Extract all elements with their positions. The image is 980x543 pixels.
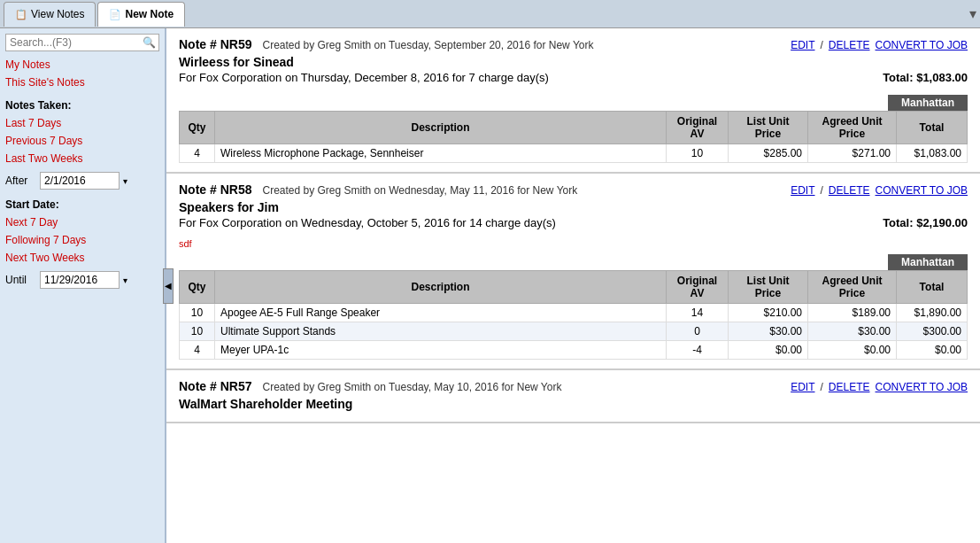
last2weeks-link[interactable]: Last Two Weeks: [5, 152, 159, 165]
items-table-wrap-NR58: Manhattan Qty Description OriginalAV Lis…: [179, 254, 968, 360]
search-box[interactable]: 🔍: [5, 34, 159, 51]
convert-link-NR59[interactable]: CONVERT TO JOB: [876, 39, 968, 51]
cell-total: $0.00: [897, 341, 968, 360]
note-block-NR58: Note # NR58 Created by Greg Smith on Wed…: [166, 174, 980, 370]
note-subtitle-NR59: For Fox Corporation on Thursday, Decembe…: [179, 71, 549, 84]
note-total-NR59: Total: $1,083.00: [883, 71, 968, 84]
next7-link[interactable]: Next 7 Day: [5, 216, 159, 229]
cell-orig-av: 10: [667, 144, 729, 163]
tab-new-note[interactable]: 📄 New Note: [97, 2, 185, 27]
note-actions-NR58: EDIT / DELETE CONVERT TO JOB: [791, 184, 968, 197]
cell-orig-av: -4: [667, 341, 729, 360]
cell-qty: 4: [180, 144, 215, 163]
items-table-NR59: Qty Description OriginalAV List UnitPric…: [179, 111, 968, 163]
after-row: After ▾: [5, 172, 159, 190]
cell-agreed-price: $30.00: [808, 322, 897, 341]
this-sites-notes-link[interactable]: This Site's Notes: [5, 76, 159, 89]
location-header-NR58: Manhattan: [179, 254, 968, 270]
edit-link-NR57[interactable]: EDIT: [791, 381, 814, 393]
note-title-NR57: WalMart Shareholder Meeting: [179, 397, 968, 411]
table-row: 4 Wireless Microphone Package, Sennheise…: [180, 144, 968, 163]
cell-desc: Wireless Microphone Package, Sennheiser: [215, 144, 667, 163]
col-header-orig-av: OriginalAV: [667, 112, 729, 144]
convert-link-NR58[interactable]: CONVERT TO JOB: [876, 184, 968, 197]
sidebar: 🔍 My Notes This Site's Notes Notes Taken…: [0, 28, 166, 543]
col-header-desc: Description: [215, 112, 667, 144]
note-title-NR58: Speakers for Jim: [179, 200, 968, 214]
after-date-input[interactable]: [40, 172, 120, 190]
sidebar-collapse-btn[interactable]: ◀: [163, 268, 174, 304]
note-total-NR58: Total: $2,190.00: [883, 216, 968, 229]
cell-orig-av: 14: [667, 304, 729, 322]
cell-desc: Ultimate Support Stands: [215, 322, 667, 341]
start-date-label: Start Date:: [5, 198, 159, 211]
convert-link-NR57[interactable]: CONVERT TO JOB: [876, 381, 968, 393]
tab-bar: 📋 View Notes 📄 New Note ▾: [0, 0, 980, 28]
next2weeks-link[interactable]: Next Two Weeks: [5, 252, 159, 264]
col-header-list-price: List UnitPrice: [729, 271, 808, 304]
col-header-qty: Qty: [180, 112, 215, 144]
search-input[interactable]: [10, 36, 143, 49]
note-extra-NR58: sdf: [179, 238, 968, 249]
col-header-total: Total: [897, 112, 968, 144]
note-title-NR59: Wirleess for Sinead: [179, 55, 968, 69]
table-row: 4 Meyer UPA-1c -4 $0.00 $0.00 $0.00: [180, 341, 968, 360]
cell-list-price: $0.00: [729, 341, 808, 360]
tab-bar-dropdown[interactable]: ▾: [969, 5, 976, 22]
cell-orig-av: 0: [667, 322, 729, 341]
col-header-orig-av: OriginalAV: [667, 271, 729, 304]
note-header-row: Note # NR58 Created by Greg Smith on Wed…: [179, 182, 968, 197]
location-badge-NR58: Manhattan: [888, 254, 968, 270]
col-header-desc: Description: [215, 271, 667, 304]
table-header-row: Qty Description OriginalAV List UnitPric…: [180, 271, 968, 304]
note-header-row: Note # NR57 Created by Greg Smith on Tue…: [179, 379, 968, 393]
cell-desc: Meyer UPA-1c: [215, 341, 667, 360]
note-number-NR57: Note # NR57: [179, 379, 251, 393]
tab-view-notes[interactable]: 📋 View Notes: [4, 2, 96, 27]
prev7-link[interactable]: Previous 7 Days: [5, 135, 159, 147]
note-actions-NR59: EDIT / DELETE CONVERT TO JOB: [791, 39, 968, 51]
location-header-NR59: Manhattan: [179, 95, 968, 111]
note-subtitle-NR58: For Fox Corporation on Wednesday, Octobe…: [179, 216, 556, 229]
table-row: 10 Ultimate Support Stands 0 $30.00 $30.…: [180, 322, 968, 341]
until-dropdown-icon[interactable]: ▾: [123, 275, 127, 285]
after-dropdown-icon[interactable]: ▾: [123, 176, 127, 186]
note-created-NR58: Created by Greg Smith on Wednesday, May …: [262, 184, 577, 197]
after-label: After: [5, 175, 36, 187]
edit-link-NR59[interactable]: EDIT: [791, 39, 814, 51]
main-layout: 🔍 My Notes This Site's Notes Notes Taken…: [0, 28, 980, 543]
delete-link-NR59[interactable]: DELETE: [829, 39, 870, 51]
following7-link[interactable]: Following 7 Days: [5, 234, 159, 246]
items-table-NR58: Qty Description OriginalAV List UnitPric…: [179, 270, 968, 360]
cell-list-price: $210.00: [729, 304, 808, 322]
table-header-row: Qty Description OriginalAV List UnitPric…: [180, 112, 968, 144]
edit-link-NR58[interactable]: EDIT: [791, 184, 814, 197]
my-notes-link[interactable]: My Notes: [5, 58, 159, 71]
until-label: Until: [5, 274, 36, 286]
notes-taken-label: Notes Taken:: [5, 99, 159, 112]
note-number-NR59: Note # NR59: [179, 37, 251, 51]
tab-new-note-icon: 📄: [109, 9, 121, 20]
delete-link-NR57[interactable]: DELETE: [829, 381, 870, 393]
cell-desc: Apogee AE-5 Full Range Speaker: [215, 304, 667, 322]
last7-link[interactable]: Last 7 Days: [5, 117, 159, 129]
tab-view-notes-label: View Notes: [31, 8, 84, 20]
cell-qty: 10: [180, 304, 215, 322]
delete-link-NR58[interactable]: DELETE: [829, 184, 870, 197]
note-created-NR59: Created by Greg Smith on Tuesday, Septem…: [262, 39, 593, 51]
cell-agreed-price: $189.00: [808, 304, 897, 322]
cell-total: $300.00: [897, 322, 968, 341]
col-header-list-price: List UnitPrice: [729, 112, 808, 144]
until-date-input[interactable]: [40, 271, 120, 289]
location-badge-NR59: Manhattan: [888, 95, 968, 111]
col-header-agreed-price: Agreed UnitPrice: [808, 112, 897, 144]
note-created-NR57: Created by Greg Smith on Tuesday, May 10…: [262, 381, 561, 393]
cell-list-price: $30.00: [729, 322, 808, 341]
note-number-NR58: Note # NR58: [179, 182, 251, 197]
col-header-agreed-price: Agreed UnitPrice: [808, 271, 897, 304]
col-header-total: Total: [897, 271, 968, 304]
cell-total: $1,890.00: [897, 304, 968, 322]
cell-list-price: $285.00: [729, 144, 808, 163]
note-block-NR59: Note # NR59 Created by Greg Smith on Tue…: [166, 28, 980, 174]
tab-view-notes-icon: 📋: [15, 9, 27, 20]
